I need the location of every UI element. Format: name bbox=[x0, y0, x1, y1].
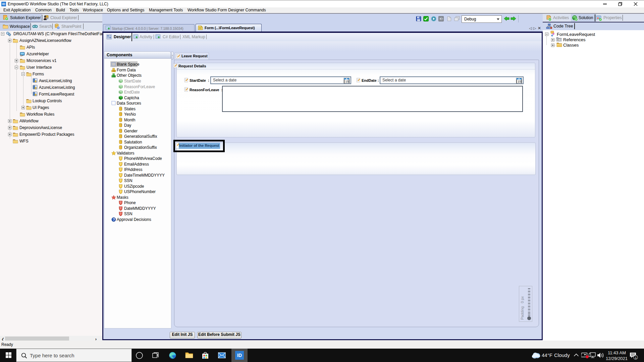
svg-text:15: 15 bbox=[518, 79, 521, 83]
svg-text:15: 15 bbox=[345, 79, 349, 83]
svg-text:1: 1 bbox=[635, 356, 637, 359]
